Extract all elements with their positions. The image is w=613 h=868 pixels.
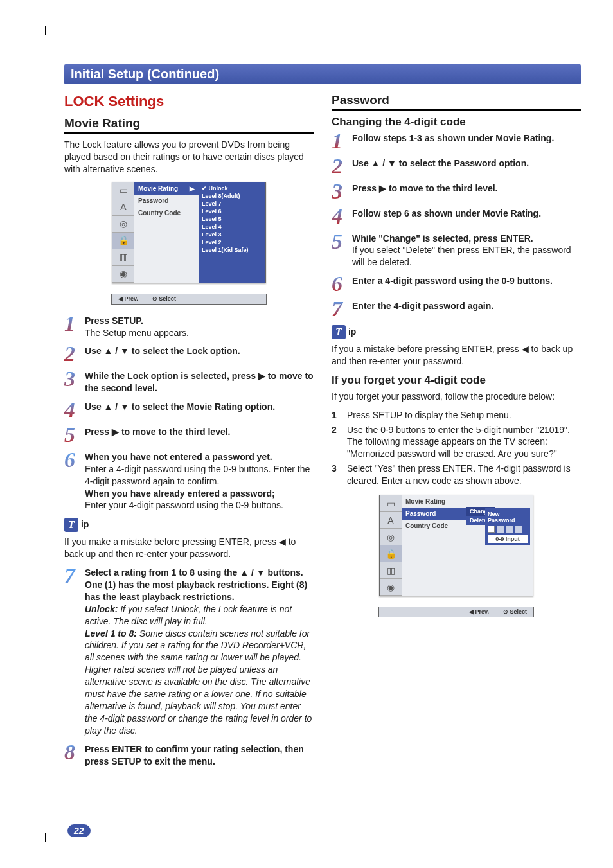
r-step-4: 4Follow step 6 as shown under Movie Rati…	[332, 208, 581, 226]
osd-level: Level 8(Adult)	[202, 192, 262, 200]
osd-unlock: ✔ Unlock	[202, 184, 262, 192]
crop-mark	[45, 26, 54, 35]
language-icon: A	[380, 512, 402, 529]
osd2-footer: ◀ Prev. ⊙ Select	[378, 607, 534, 617]
step-number: 3	[64, 370, 81, 394]
osd-footer-prev: ◀ Prev.	[118, 296, 138, 302]
step-6: 6 When you have not entered a password y…	[64, 451, 314, 511]
step-number: 5	[64, 426, 81, 445]
osd-footer: ◀ Prev. ⊙ Select	[111, 294, 267, 305]
osd-level: Level 5	[202, 215, 262, 223]
osd2-row-movie: Movie Rating	[402, 495, 466, 508]
tip-icon: T	[332, 325, 346, 339]
password-heading: Password	[332, 93, 581, 111]
step-2: 2 Use ▲ / ▼ to select the Lock option.	[64, 345, 314, 364]
osd2-input-label: 0-9 Input	[488, 535, 528, 543]
gear-icon: ◉	[380, 579, 402, 596]
osd-level: Level 1(Kid Safe)	[202, 246, 262, 254]
crop-mark	[45, 833, 54, 842]
r-step-3: 3Press ▶ to move to the third level.	[332, 182, 581, 201]
osd2-footer-prev: ◀ Prev.	[469, 608, 489, 615]
step-number: 2	[332, 157, 348, 176]
step-4: 4 Use ▲ / ▼ to select the Movie Rating o…	[64, 401, 314, 420]
r-step-7: 7Enter the 4-digit password again.	[332, 300, 581, 319]
lock-icon: 🔒	[112, 233, 134, 249]
r-step-1: 1Follow steps 1-3 as shown under Movie R…	[332, 132, 581, 151]
osd2-row-password: Password	[402, 508, 466, 520]
r-step-6: 6Enter a 4-digit password using the 0-9 …	[332, 275, 581, 294]
right-column: Password Changing the 4-digit code 1Foll…	[332, 93, 581, 774]
step-number: 3	[332, 182, 348, 201]
step-number: 4	[64, 401, 81, 420]
step-number: 1	[332, 132, 348, 151]
tv-icon: ▭	[380, 495, 402, 512]
forgot-steps-list: 1Press SETUP to display the Setup menu. …	[332, 409, 581, 487]
osd-row-movie-rating: Movie Rating▶	[134, 182, 199, 195]
tip-text-right: If you a mistake before pressing ENTER, …	[332, 343, 581, 368]
rec-icon: ▥	[380, 562, 402, 579]
movie-rating-heading: Movie Rating	[64, 116, 314, 134]
step-number: 7	[64, 567, 81, 736]
osd2-footer-select: ⊙ Select	[503, 608, 527, 615]
osd-screenshot-2: ▭ A ◎ 🔒 ▥ ◉ Movie Rating Password Countr…	[378, 495, 534, 617]
forgot-intro: If you forget your password, follow the …	[332, 391, 581, 403]
step-number: 2	[64, 345, 81, 364]
step-3: 3 While the Lock option is selected, pre…	[64, 370, 314, 394]
osd2-new-password-popup: New Password 0-9 Input	[485, 508, 530, 545]
r-step-2: 2Use ▲ / ▼ to select the Password option…	[332, 157, 581, 176]
step-1: 1 Press SETUP.The Setup menu appears.	[64, 315, 314, 339]
osd-row-password: Password	[134, 195, 199, 207]
rec-icon: ▥	[112, 249, 134, 266]
disc-icon: ◎	[112, 216, 134, 233]
osd-level: Level 7	[202, 200, 262, 208]
changing-code-subheading: Changing the 4-digit code	[332, 116, 581, 128]
intro-paragraph: The Lock feature allows you to prevent D…	[64, 139, 314, 175]
tip-heading: T ip	[64, 518, 314, 532]
step-number: 6	[332, 275, 348, 294]
osd2-row-country: Country Code	[402, 520, 466, 532]
page-number-badge: 22	[67, 824, 91, 837]
tip-heading-right: T ip	[332, 325, 581, 339]
step-5: 5 Press ▶ to move to the third level.	[64, 426, 314, 445]
step-number: 1	[64, 315, 81, 339]
osd-row-country: Country Code	[134, 207, 199, 219]
osd-level: Level 6	[202, 208, 262, 215]
step-8: 8 Press ENTER to confirm your rating sel…	[64, 743, 314, 768]
lock-icon: 🔒	[380, 545, 402, 562]
r-step-5: 5While "Change" is selected, press ENTER…	[332, 233, 581, 269]
disc-icon: ◎	[380, 529, 402, 545]
forgot-code-heading: If you forget your 4-digit code	[332, 374, 581, 387]
step-7: 7 Select a rating from 1 to 8 using the …	[64, 567, 314, 736]
step-number: 6	[64, 451, 81, 511]
step-number: 4	[332, 208, 348, 226]
left-column: LOCK Settings Movie Rating The Lock feat…	[64, 93, 314, 774]
section-title-bar: Initial Setup (Continued)	[64, 64, 581, 84]
osd-level: Level 4	[202, 223, 262, 231]
osd-level: Level 3	[202, 231, 262, 238]
tv-icon: ▭	[112, 182, 134, 199]
osd-footer-select: ⊙ Select	[152, 296, 176, 302]
lock-settings-heading: LOCK Settings	[64, 93, 314, 110]
language-icon: A	[112, 199, 134, 216]
step-number: 7	[332, 300, 348, 319]
osd-screenshot-1: ▭ A ◎ 🔒 ▥ ◉ Movie Rating▶ Password Count…	[111, 182, 267, 305]
tip-icon: T	[64, 518, 78, 532]
step-number: 8	[64, 743, 81, 768]
gear-icon: ◉	[112, 266, 134, 283]
osd-level: Level 2	[202, 238, 262, 246]
tip-text: If you make a mistake before pressing EN…	[64, 536, 314, 560]
step-number: 5	[332, 233, 348, 269]
